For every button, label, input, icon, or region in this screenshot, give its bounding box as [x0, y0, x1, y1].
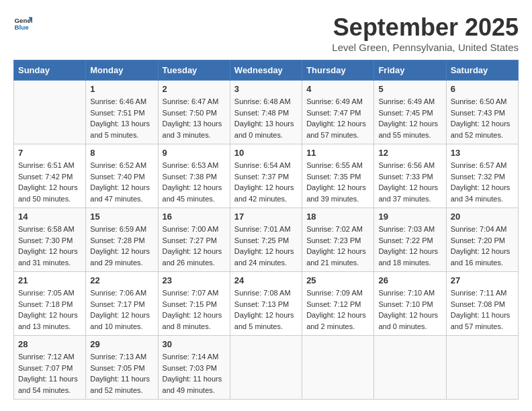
calendar-week-row: 7Sunrise: 6:51 AM Sunset: 7:42 PM Daylig… [14, 144, 519, 208]
calendar-cell: 16Sunrise: 7:00 AM Sunset: 7:27 PM Dayli… [158, 208, 230, 272]
day-info: Sunrise: 6:51 AM Sunset: 7:42 PM Dayligh… [18, 160, 81, 204]
svg-text:Blue: Blue [14, 24, 29, 31]
day-number: 5 [378, 84, 441, 94]
day-number: 11 [306, 148, 369, 158]
calendar-body: 1Sunrise: 6:46 AM Sunset: 7:51 PM Daylig… [14, 81, 519, 400]
calendar-cell: 1Sunrise: 6:46 AM Sunset: 7:51 PM Daylig… [86, 81, 158, 144]
day-info: Sunrise: 6:47 AM Sunset: 7:50 PM Dayligh… [163, 96, 226, 140]
day-info: Sunrise: 6:49 AM Sunset: 7:45 PM Dayligh… [378, 96, 441, 140]
company-logo: General Blue [13, 13, 32, 32]
day-of-week-header: Friday [374, 60, 446, 81]
day-info: Sunrise: 6:53 AM Sunset: 7:38 PM Dayligh… [163, 160, 226, 204]
month-title: September 2025 [332, 13, 519, 42]
general-blue-logo-icon: General Blue [13, 13, 32, 32]
calendar-cell [302, 336, 374, 400]
day-info: Sunrise: 6:59 AM Sunset: 7:28 PM Dayligh… [90, 224, 153, 268]
calendar-week-row: 21Sunrise: 7:05 AM Sunset: 7:18 PM Dayli… [14, 272, 519, 336]
day-number: 1 [90, 84, 153, 94]
calendar-cell: 5Sunrise: 6:49 AM Sunset: 7:45 PM Daylig… [374, 81, 446, 144]
day-info: Sunrise: 6:46 AM Sunset: 7:51 PM Dayligh… [90, 96, 153, 140]
day-number: 16 [163, 212, 226, 222]
day-of-week-header: Monday [86, 60, 158, 81]
day-info: Sunrise: 7:14 AM Sunset: 7:03 PM Dayligh… [163, 351, 226, 396]
calendar-cell [446, 336, 518, 400]
day-number: 17 [234, 212, 298, 222]
calendar-cell [230, 336, 302, 400]
day-info: Sunrise: 6:55 AM Sunset: 7:35 PM Dayligh… [306, 160, 369, 204]
calendar-cell: 14Sunrise: 6:58 AM Sunset: 7:30 PM Dayli… [14, 208, 86, 272]
calendar-header: SundayMondayTuesdayWednesdayThursdayFrid… [14, 60, 519, 81]
day-info: Sunrise: 6:58 AM Sunset: 7:30 PM Dayligh… [18, 224, 81, 268]
day-number: 18 [306, 212, 369, 222]
calendar-cell: 19Sunrise: 7:03 AM Sunset: 7:22 PM Dayli… [374, 208, 446, 272]
day-info: Sunrise: 6:56 AM Sunset: 7:33 PM Dayligh… [378, 160, 441, 204]
day-info: Sunrise: 7:09 AM Sunset: 7:12 PM Dayligh… [306, 287, 369, 332]
calendar-cell: 7Sunrise: 6:51 AM Sunset: 7:42 PM Daylig… [14, 144, 86, 208]
calendar-cell: 6Sunrise: 6:50 AM Sunset: 7:43 PM Daylig… [446, 81, 518, 144]
day-info: Sunrise: 7:07 AM Sunset: 7:15 PM Dayligh… [163, 287, 226, 332]
day-number: 7 [18, 148, 81, 158]
calendar-cell: 22Sunrise: 7:06 AM Sunset: 7:17 PM Dayli… [86, 272, 158, 336]
day-number: 24 [234, 275, 298, 285]
calendar-cell: 15Sunrise: 6:59 AM Sunset: 7:28 PM Dayli… [86, 208, 158, 272]
calendar-cell: 29Sunrise: 7:13 AM Sunset: 7:05 PM Dayli… [86, 336, 158, 400]
day-number: 28 [18, 339, 81, 349]
calendar-cell: 13Sunrise: 6:57 AM Sunset: 7:32 PM Dayli… [446, 144, 518, 208]
day-number: 29 [90, 339, 153, 349]
calendar-cell: 20Sunrise: 7:04 AM Sunset: 7:20 PM Dayli… [446, 208, 518, 272]
location-subtitle: Level Green, Pennsylvania, United States [332, 42, 519, 53]
day-of-week-header: Tuesday [158, 60, 230, 81]
day-info: Sunrise: 7:01 AM Sunset: 7:25 PM Dayligh… [234, 224, 298, 268]
day-number: 25 [306, 275, 369, 285]
day-number: 19 [378, 212, 441, 222]
calendar-table: SundayMondayTuesdayWednesdayThursdayFrid… [13, 60, 519, 400]
day-info: Sunrise: 7:02 AM Sunset: 7:23 PM Dayligh… [306, 224, 369, 268]
day-info: Sunrise: 6:57 AM Sunset: 7:32 PM Dayligh… [451, 160, 514, 204]
day-info: Sunrise: 7:05 AM Sunset: 7:18 PM Dayligh… [18, 287, 81, 332]
day-of-week-header: Wednesday [230, 60, 302, 81]
day-number: 26 [378, 275, 441, 285]
calendar-cell: 10Sunrise: 6:54 AM Sunset: 7:37 PM Dayli… [230, 144, 302, 208]
day-number: 14 [18, 212, 81, 222]
calendar-cell: 17Sunrise: 7:01 AM Sunset: 7:25 PM Dayli… [230, 208, 302, 272]
day-number: 22 [90, 275, 153, 285]
calendar-cell: 4Sunrise: 6:49 AM Sunset: 7:47 PM Daylig… [302, 81, 374, 144]
day-number: 12 [378, 148, 441, 158]
day-number: 20 [451, 212, 514, 222]
day-number: 9 [163, 148, 226, 158]
day-info: Sunrise: 6:54 AM Sunset: 7:37 PM Dayligh… [234, 160, 298, 204]
calendar-cell: 9Sunrise: 6:53 AM Sunset: 7:38 PM Daylig… [158, 144, 230, 208]
calendar-week-row: 1Sunrise: 6:46 AM Sunset: 7:51 PM Daylig… [14, 81, 519, 144]
days-of-week-row: SundayMondayTuesdayWednesdayThursdayFrid… [14, 60, 519, 81]
calendar-cell: 28Sunrise: 7:12 AM Sunset: 7:07 PM Dayli… [14, 336, 86, 400]
day-number: 3 [234, 84, 298, 94]
calendar-cell: 26Sunrise: 7:10 AM Sunset: 7:10 PM Dayli… [374, 272, 446, 336]
day-info: Sunrise: 7:10 AM Sunset: 7:10 PM Dayligh… [378, 287, 441, 332]
day-info: Sunrise: 6:49 AM Sunset: 7:47 PM Dayligh… [306, 96, 369, 140]
day-number: 2 [163, 84, 226, 94]
day-info: Sunrise: 6:50 AM Sunset: 7:43 PM Dayligh… [451, 96, 514, 140]
calendar-cell [14, 81, 86, 144]
day-number: 6 [451, 84, 514, 94]
day-number: 27 [451, 275, 514, 285]
day-of-week-header: Thursday [302, 60, 374, 81]
day-info: Sunrise: 7:12 AM Sunset: 7:07 PM Dayligh… [18, 351, 81, 396]
page-header: General Blue September 2025 Level Green,… [13, 13, 519, 53]
day-number: 21 [18, 275, 81, 285]
day-number: 4 [306, 84, 369, 94]
calendar-cell: 25Sunrise: 7:09 AM Sunset: 7:12 PM Dayli… [302, 272, 374, 336]
calendar-cell: 12Sunrise: 6:56 AM Sunset: 7:33 PM Dayli… [374, 144, 446, 208]
day-info: Sunrise: 7:13 AM Sunset: 7:05 PM Dayligh… [90, 351, 153, 396]
day-number: 10 [234, 148, 298, 158]
calendar-cell: 23Sunrise: 7:07 AM Sunset: 7:15 PM Dayli… [158, 272, 230, 336]
calendar-cell: 3Sunrise: 6:48 AM Sunset: 7:48 PM Daylig… [230, 81, 302, 144]
day-number: 13 [451, 148, 514, 158]
day-number: 30 [163, 339, 226, 349]
day-info: Sunrise: 6:52 AM Sunset: 7:40 PM Dayligh… [90, 160, 153, 204]
calendar-week-row: 28Sunrise: 7:12 AM Sunset: 7:07 PM Dayli… [14, 336, 519, 400]
day-info: Sunrise: 7:03 AM Sunset: 7:22 PM Dayligh… [378, 224, 441, 268]
day-info: Sunrise: 7:06 AM Sunset: 7:17 PM Dayligh… [90, 287, 153, 332]
day-info: Sunrise: 7:04 AM Sunset: 7:20 PM Dayligh… [451, 224, 514, 268]
calendar-cell [374, 336, 446, 400]
calendar-cell: 11Sunrise: 6:55 AM Sunset: 7:35 PM Dayli… [302, 144, 374, 208]
